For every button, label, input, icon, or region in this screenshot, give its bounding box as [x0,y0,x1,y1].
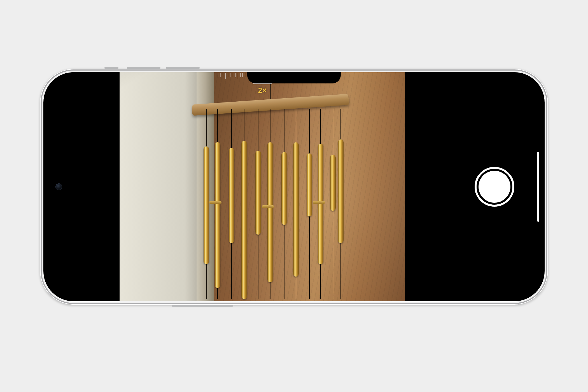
display-notch [248,72,340,83]
zoom-level-label: 2× [253,86,272,95]
zoom-readout[interactable]: 2× [253,83,272,95]
camera-viewfinder[interactable]: 2× [120,72,405,301]
camera-app: 2× [43,72,545,301]
phone-frame: 2× [40,69,548,305]
phone-screen: 2× [43,72,545,301]
shutter-inner-icon [479,171,510,203]
home-indicator[interactable] [537,152,539,222]
shutter-button[interactable] [475,167,514,207]
ring-silent-switch [104,67,118,69]
front-camera-lens-icon [55,183,62,190]
scene-wind-chime [192,81,349,299]
volume-down-button [166,67,200,69]
side-power-button [172,305,233,307]
scene-wall [120,72,197,301]
zoom-readout-underline [253,83,272,84]
volume-up-button [127,67,160,69]
